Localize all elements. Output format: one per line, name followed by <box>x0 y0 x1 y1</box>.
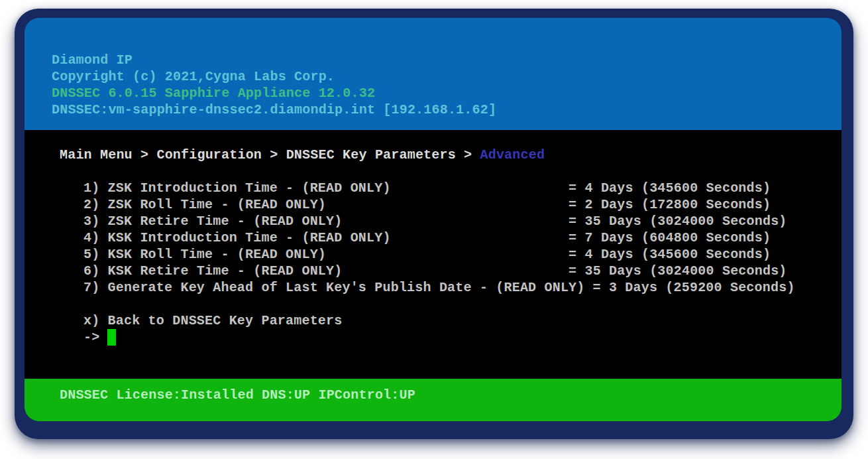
prompt-arrow: -> <box>83 330 99 345</box>
status-text: DNSSEC License:Installed DNS:UP IPContro… <box>60 387 415 403</box>
menu-option-7[interactable]: 7) Generate Key Ahead of Last Key's Publ… <box>83 279 841 296</box>
option-value: = 2 Days (172800 Seconds) <box>569 197 771 212</box>
menu-option-6[interactable]: 6) KSK Retire Time - (READ ONLY)= 35 Day… <box>83 263 841 279</box>
blank-line <box>60 296 841 312</box>
option-label: 4) KSK Introduction Time - (READ ONLY) <box>83 230 561 246</box>
header-line-4: DNSSEC:vm-sapphire-dnssec2.diamondip.int… <box>52 101 841 118</box>
breadcrumb-path: Main Menu > Configuration > DNSSEC Key P… <box>60 147 480 163</box>
back-option-label: x) Back to DNSSEC Key Parameters <box>83 313 342 328</box>
status-bar: DNSSEC License:Installed DNS:UP IPContro… <box>25 379 841 421</box>
option-value: = 4 Days (345600 Seconds) <box>569 247 771 262</box>
option-label: 5) KSK Roll Time - (READ ONLY) <box>83 246 561 263</box>
option-label: 2) ZSK Roll Time - (READ ONLY) <box>83 196 561 213</box>
header-banner: Diamond IPCopyright (c) 2021,Cygna Labs … <box>25 18 841 130</box>
option-label: 1) ZSK Introduction Time - (READ ONLY) <box>83 180 561 196</box>
menu-options: 1) ZSK Introduction Time - (READ ONLY)= … <box>60 180 841 296</box>
breadcrumb: Main Menu > Configuration > DNSSEC Key P… <box>60 147 841 163</box>
option-value: = 7 Days (604800 Seconds) <box>569 230 771 245</box>
option-label: 7) Generate Key Ahead of Last Key's Publ… <box>83 279 585 296</box>
header-banner-lines: Diamond IPCopyright (c) 2021,Cygna Labs … <box>52 52 841 118</box>
option-value: = 3 Days (259200 Seconds) <box>593 280 795 295</box>
blank-line <box>60 163 841 180</box>
menu-option-3[interactable]: 3) ZSK Retire Time - (READ ONLY)= 35 Day… <box>83 213 841 230</box>
header-line-2: Copyright (c) 2021,Cygna Labs Corp. <box>52 68 841 85</box>
menu-option-back[interactable]: x) Back to DNSSEC Key Parameters <box>83 312 841 329</box>
terminal-screen: Diamond IPCopyright (c) 2021,Cygna Labs … <box>25 18 841 421</box>
console-window: Diamond IPCopyright (c) 2021,Cygna Labs … <box>15 9 853 439</box>
header-line-1: Diamond IP <box>52 52 841 68</box>
option-label: 3) ZSK Retire Time - (READ ONLY) <box>83 213 561 230</box>
terminal-body[interactable]: Main Menu > Configuration > DNSSEC Key P… <box>25 130 841 379</box>
option-value: = 35 Days (3024000 Seconds) <box>569 214 787 229</box>
text-cursor <box>107 329 116 346</box>
option-value: = 4 Days (345600 Seconds) <box>569 180 771 196</box>
option-value: = 35 Days (3024000 Seconds) <box>569 263 787 279</box>
menu-option-1[interactable]: 1) ZSK Introduction Time - (READ ONLY)= … <box>83 180 841 196</box>
menu-option-5[interactable]: 5) KSK Roll Time - (READ ONLY)= 4 Days (… <box>83 246 841 263</box>
option-label: 6) KSK Retire Time - (READ ONLY) <box>83 263 561 279</box>
breadcrumb-current: Advanced <box>480 147 545 163</box>
prompt-line[interactable]: -> <box>83 329 841 346</box>
menu-option-4[interactable]: 4) KSK Introduction Time - (READ ONLY)= … <box>83 230 841 246</box>
header-line-3: DNSSEC 6.0.15 Sapphire Appliance 12.0.32 <box>52 85 841 101</box>
menu-option-2[interactable]: 2) ZSK Roll Time - (READ ONLY)= 2 Days (… <box>83 196 841 213</box>
